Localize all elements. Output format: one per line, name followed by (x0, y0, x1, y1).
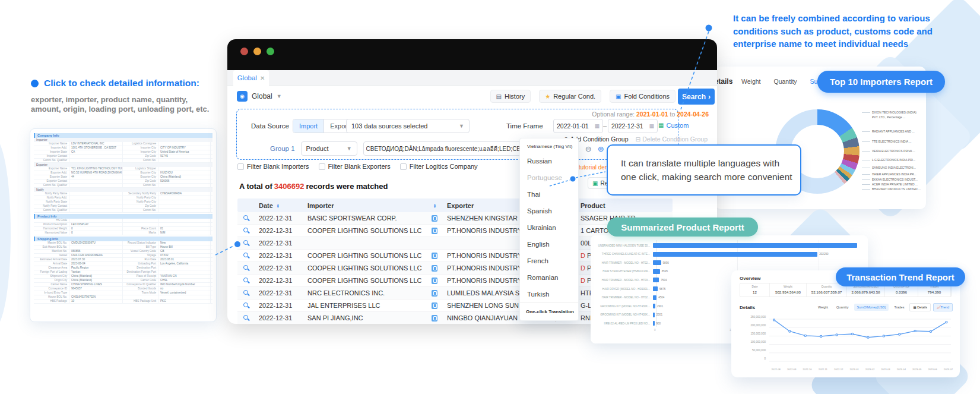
magnifier-icon[interactable] (243, 302, 249, 308)
magnifier-icon[interactable] (243, 290, 249, 296)
language-menu-item[interactable]: Thai (520, 186, 578, 203)
magnifier-icon[interactable] (243, 278, 249, 283)
close-window-icon[interactable] (240, 48, 248, 55)
chevron-down-icon: ▼ (277, 93, 282, 99)
custom-range-button[interactable]: ▦Custom (658, 122, 689, 129)
date-to-input[interactable]: 2022-12-31▦ (608, 119, 658, 133)
checkbox-icon[interactable] (237, 163, 244, 170)
checkbox-icon[interactable] (319, 163, 325, 170)
star-icon: ★ (545, 93, 550, 100)
magnifier-icon[interactable] (243, 215, 249, 221)
checkbox-icon[interactable] (400, 163, 407, 170)
detail-row: Product DescriptionLED DISPLAY (34, 223, 213, 227)
language-menu-item[interactable]: Ukrainian (520, 219, 578, 236)
top10-report-pill: Top 10 Importers Report (817, 71, 945, 93)
connector-dot (706, 25, 712, 31)
maximize-window-icon[interactable] (267, 48, 274, 55)
detail-subsection-header: Notify (34, 188, 213, 192)
decor-left-shape (0, 138, 11, 328)
bar (653, 295, 656, 300)
remove-condition-icon[interactable]: ⊖ (585, 144, 592, 153)
language-menu-item[interactable]: French (520, 253, 578, 269)
magnifier-icon[interactable] (243, 253, 249, 259)
language-menu-item[interactable]: Portuguese (520, 169, 578, 186)
translate-company-icon[interactable] (432, 253, 437, 259)
sort-icon[interactable]: ▲▼ (433, 203, 436, 208)
language-menu-item[interactable]: English (520, 236, 578, 253)
detail-row: Exporter State44Exporter CityChina (Main… (34, 175, 213, 179)
arrow-right-icon: › (708, 93, 711, 101)
filter-checkbox-item[interactable]: Filter Blank Importers (237, 163, 309, 170)
one-click-translation[interactable]: One-click Translation (520, 302, 578, 320)
translate-company-icon[interactable] (432, 302, 437, 309)
calendar-icon: ▦ (649, 123, 654, 129)
history-button[interactable]: ▤History (490, 90, 531, 103)
chevron-down-icon: ▼ (347, 146, 352, 152)
metric-button[interactable]: Weight (815, 304, 831, 311)
translate-company-icon[interactable] (432, 215, 437, 222)
add-condition-icon[interactable]: ⊕ (598, 144, 604, 153)
field-select[interactable]: Product▼ (301, 141, 357, 156)
detail-row: Exporter ContactZip Code516006 (34, 179, 213, 184)
records-summary: A total of3406692records were matched (239, 182, 388, 191)
detail-row: Carrier NameCHINA SHIPPING LINESConveyan… (34, 283, 213, 287)
translate-company-icon[interactable] (432, 315, 437, 321)
table-row[interactable]: 2022-12-31 BASIC SPORTSWEAR CORP. SHENZH… (237, 212, 673, 225)
language-menu-item[interactable]: Russian (520, 153, 578, 169)
top10-tab[interactable]: Weight (741, 78, 761, 85)
language-menu-item[interactable]: Spanish (520, 203, 578, 219)
workspace-selector[interactable]: ◉ Global ▼ (237, 91, 282, 102)
translate-company-icon[interactable] (432, 278, 437, 284)
custom-grid-icon: ▦ (658, 122, 664, 129)
legend-item: VEIRA ELECTRONICS PRIVA ... (862, 149, 925, 153)
translate-company-icon[interactable] (432, 265, 437, 272)
bullet-dot-icon (31, 80, 39, 87)
detail-row: Notify Party Add.Notify Party City (34, 196, 213, 200)
top10-tab[interactable]: Quantity (774, 78, 797, 85)
legend-item: EKKAA ELECTRONICS INDUST... (862, 178, 925, 182)
bar (653, 321, 655, 326)
close-tab-icon[interactable]: ✕ (260, 75, 265, 81)
details-toggle[interactable]: ▦ Details (909, 303, 931, 311)
detail-row: Foreign Port of LadingYantianDestination… (34, 270, 213, 275)
magnifier-icon[interactable] (243, 265, 249, 271)
metric-button[interactable]: SumOfMoney(USD) (854, 304, 889, 311)
detail-row: Origin CityChina (Mainland)Carrier CodeC… (34, 279, 213, 283)
language-menu-item[interactable]: Turkish (520, 286, 578, 302)
translate-company-icon[interactable] (432, 290, 437, 297)
minimize-window-icon[interactable] (253, 48, 261, 55)
bar (653, 269, 660, 274)
bar (653, 243, 857, 248)
legend-item: SAMSUNG INDIA ELECTRONI... (862, 166, 925, 170)
trend-report-card: Overview DateWeightQuantitySumOfMoney(US… (731, 270, 960, 377)
magnifier-icon[interactable] (243, 315, 249, 321)
filter-checkbox-item[interactable]: Filter Blank Exporters (319, 163, 391, 170)
detail-row: Comm No. QualifierComm No. (34, 159, 213, 163)
search-button[interactable]: Search› (678, 89, 715, 105)
language-menu-item[interactable]: Vietnamese (Ting Vit) (520, 140, 578, 153)
metric-button[interactable]: Quantity (833, 304, 851, 311)
chevron-down-icon: ▼ (459, 123, 464, 129)
fold-conditions-button[interactable]: ▣Fold Conditions (610, 90, 675, 103)
toolbar-actions: ▤History ★Regular Cond. ▣Fold Conditions (490, 90, 675, 103)
delete-condition-group-button[interactable]: ⊟ Delete Condition Group (636, 135, 708, 143)
detail-section-header: Company Info (34, 133, 213, 138)
language-menu-item[interactable]: Romanian (520, 269, 578, 286)
date-from-input[interactable]: 2022-01-01▦ (553, 119, 603, 133)
filter-checkbox-item[interactable]: Filter Logitics Company (400, 163, 478, 170)
translate-company-icon[interactable] (432, 228, 437, 234)
data-sources-select[interactable]: 103 data sources selected▼ (346, 119, 470, 133)
metric-button[interactable]: Trades (891, 304, 907, 311)
magnifier-icon[interactable] (243, 228, 249, 234)
tab-global[interactable]: Global✕ (233, 70, 269, 86)
regular-cond-button[interactable]: ★Regular Cond. (539, 90, 601, 103)
trend-toggle[interactable]: 📈Trend (933, 303, 953, 311)
calendar-icon: ▦ (594, 123, 600, 129)
trend-metric-buttons: WeightQuantitySumOfMoney(USD)Trades ▦ De… (815, 303, 953, 311)
magnifier-icon[interactable] (243, 240, 249, 246)
sort-icon[interactable]: ▲▼ (277, 203, 280, 208)
optional-range: Optional range: 2021-01-01 to 2024-04-26 (592, 111, 709, 118)
detail-panel: Company InfoImporterImporter NameLDV INT… (30, 128, 217, 322)
import-tab[interactable]: Import (293, 119, 324, 133)
bar-row: HAIR TRIMMER - MODEL NO - HT02...9890 (591, 259, 868, 267)
